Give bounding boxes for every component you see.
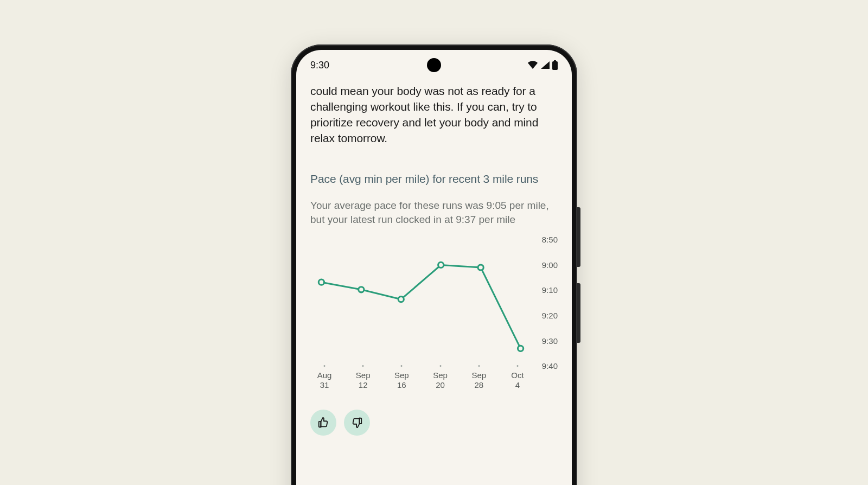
chart-title: Pace (avg min per mile) for recent 3 mil…: [310, 173, 558, 186]
svg-point-3: [359, 287, 364, 292]
thumbs-up-icon: [317, 417, 329, 429]
svg-rect-0: [552, 61, 558, 70]
chart-subtitle: Your average pace for these runs was 9:0…: [310, 199, 558, 226]
side-button: [577, 283, 580, 343]
thumbs-down-icon: [351, 417, 363, 429]
chart-y-tick: 9:00: [534, 260, 558, 270]
svg-point-7: [518, 346, 523, 351]
chart-x-tick: Oct 4: [506, 371, 529, 390]
wifi-icon: [527, 61, 538, 69]
chart-y-tick: 8:50: [534, 235, 558, 244]
status-clock: 9:30: [310, 60, 329, 71]
chart-x-tick: Sep 28: [467, 371, 491, 390]
svg-point-6: [478, 265, 483, 270]
insight-body-text: could mean your body was not as ready fo…: [310, 84, 558, 146]
front-camera: [427, 58, 441, 72]
svg-point-4: [398, 297, 404, 302]
chart-x-tick: Sep 12: [351, 371, 375, 390]
svg-point-2: [318, 279, 324, 285]
side-button: [577, 207, 580, 267]
battery-icon: [552, 60, 558, 70]
phone-screen: 9:30 could mean your body was not as rea…: [296, 50, 572, 485]
chart-plot-area: [310, 238, 532, 363]
chart-y-tick: 9:10: [534, 285, 558, 295]
chart-y-axis: 8:509:009:109:209:309:40: [534, 235, 558, 371]
phone-frame: 9:30 could mean your body was not as rea…: [291, 44, 577, 485]
chart-y-tick: 9:30: [534, 336, 558, 346]
status-icons: [527, 60, 558, 70]
thumbs-down-button[interactable]: [344, 410, 370, 436]
feedback-row: [310, 410, 558, 436]
svg-point-5: [438, 262, 444, 267]
chart-x-axis: Aug 31Sep 12Sep 16Sep 20Sep 28Oct 4: [310, 371, 532, 390]
main-content: could mean your body was not as ready fo…: [296, 80, 572, 436]
pace-chart: 8:509:009:109:209:309:40 Aug 31Sep 12Sep…: [310, 238, 558, 390]
chart-y-tick: 9:20: [534, 311, 558, 320]
chart-x-tick: Sep 16: [390, 371, 413, 390]
chart-x-tick: Sep 20: [429, 371, 452, 390]
cellular-signal-icon: [540, 61, 550, 69]
status-bar: 9:30: [296, 50, 572, 80]
chart-y-tick: 9:40: [534, 361, 558, 371]
thumbs-up-button[interactable]: [310, 410, 336, 436]
svg-rect-1: [554, 60, 556, 62]
chart-x-tick: Aug 31: [312, 371, 336, 390]
